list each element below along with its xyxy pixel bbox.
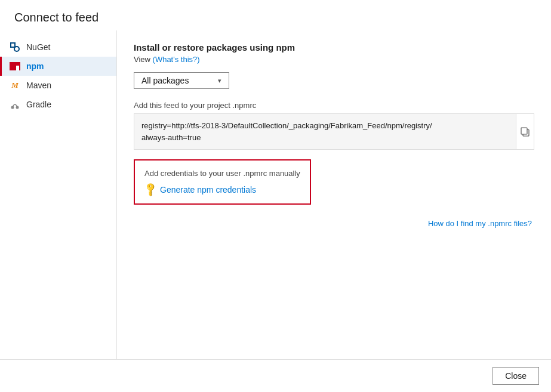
generate-link-label: Generate npm credentials [160,185,256,195]
sidebar: NuGet npm M Maven [0,30,116,359]
help-link-container: How do I find my .npmrc files? [134,219,534,228]
npmrc-label: Add this feed to your project .npmrc [134,101,534,110]
npmrc-section: Add this feed to your project .npmrc reg… [134,101,534,150]
sidebar-item-maven[interactable]: M Maven [0,76,116,95]
copy-button[interactable] [516,113,534,150]
maven-icon: M [10,80,20,91]
dialog-title: Connect to feed [14,11,537,24]
sidebar-item-maven-label: Maven [26,81,51,90]
generate-credentials-link[interactable]: 🔑 Generate npm credentials [144,184,300,195]
dropdown-selected: All packages [141,76,189,85]
close-button[interactable]: Close [492,367,539,385]
sidebar-item-npm-label: npm [26,61,44,71]
chevron-down-icon: ▾ [218,77,221,85]
view-link-container: View (What's this?) [134,55,534,64]
packages-dropdown[interactable]: All packages ▾ [134,72,229,89]
nuget-icon [10,42,20,53]
sidebar-item-nuget-label: NuGet [26,42,50,52]
copy-icon [521,127,530,137]
key-icon: 🔑 [142,181,159,198]
dialog-footer: Close [0,359,551,392]
credentials-box: Add credentials to your user .npmrc manu… [134,159,311,205]
code-box-container: registry=http://tfs-2018-3/DefaultCollec… [134,113,534,150]
npmrc-line1: registry=http://tfs-2018-3/DefaultCollec… [141,120,509,132]
main-content: Install or restore packages using npm Vi… [116,30,551,359]
svg-rect-3 [11,44,14,47]
npm-icon [10,61,20,72]
npmrc-line2: always-auth=true [141,132,509,144]
credentials-label: Add credentials to your user .npmrc manu… [144,169,300,178]
svg-rect-7 [521,128,527,134]
sidebar-item-nuget[interactable]: NuGet [0,38,116,57]
sidebar-item-npm[interactable]: npm [0,57,116,76]
help-link[interactable]: How do I find my .npmrc files? [428,219,532,228]
gradle-icon [10,99,20,110]
dialog-header: Connect to feed [0,0,551,30]
whats-this-link[interactable]: (What's this?) [153,55,200,64]
dialog-body: NuGet npm M Maven [0,30,551,359]
section-title: Install or restore packages using npm [134,42,534,53]
npmrc-code: registry=http://tfs-2018-3/DefaultCollec… [134,113,516,150]
sidebar-item-gradle[interactable]: Gradle [0,95,116,114]
connect-to-feed-dialog: Connect to feed NuGet npm [0,0,551,392]
sidebar-item-gradle-label: Gradle [26,100,51,109]
dropdown-container: All packages ▾ [134,72,534,89]
